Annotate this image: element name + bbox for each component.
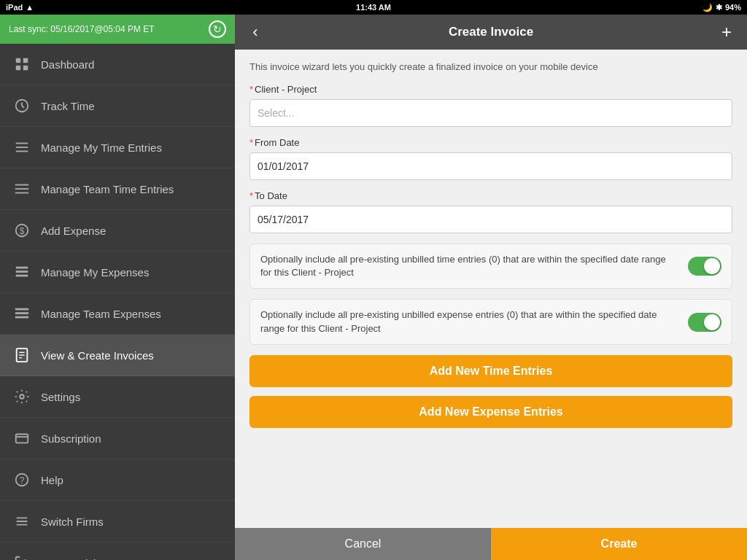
svg-rect-9 xyxy=(16,151,28,152)
expense-entries-toggle[interactable] xyxy=(688,313,721,332)
switch-icon xyxy=(12,511,32,532)
invoice-icon xyxy=(12,345,32,365)
sidebar-item-my-time-entries-label: Manage My Time Entries xyxy=(41,141,162,154)
sidebar-item-help[interactable]: ? Help xyxy=(0,459,235,501)
expense-icon: $ xyxy=(12,220,32,241)
sidebar-item-my-time-entries[interactable]: Manage My Time Entries xyxy=(0,127,235,168)
sidebar-item-add-expense[interactable]: $ Add Expense xyxy=(0,210,235,252)
my-expense-list-icon xyxy=(12,262,32,282)
svg-rect-26 xyxy=(16,435,28,443)
sidebar-item-team-expenses[interactable]: Manage Team Expenses xyxy=(0,293,235,335)
sidebar-item-dashboard-label: Dashboard xyxy=(41,58,94,71)
client-project-label: *Client - Project xyxy=(249,84,732,95)
help-icon: ? xyxy=(12,470,32,490)
from-date-input[interactable] xyxy=(249,152,732,180)
to-date-input[interactable] xyxy=(249,206,732,233)
sidebar-item-team-time-entries-label: Manage Team Time Entries xyxy=(41,183,174,195)
sidebar: Last sync: 05/16/2017@05:04 PM ET ↻ Dash… xyxy=(0,15,235,560)
svg-rect-16 xyxy=(16,271,28,273)
svg-rect-20 xyxy=(15,316,28,319)
battery-label: 94% xyxy=(725,3,741,12)
sidebar-item-switch-firms-label: Switch Firms xyxy=(41,516,104,528)
from-date-group: *From Date xyxy=(249,137,732,180)
team-list-icon xyxy=(12,179,32,199)
sidebar-item-my-expenses[interactable]: Manage My Expenses xyxy=(0,252,235,293)
sidebar-item-dashboard[interactable]: Dashboard xyxy=(0,44,235,85)
svg-line-6 xyxy=(22,106,24,108)
sidebar-item-team-time-entries[interactable]: Manage Team Time Entries xyxy=(0,168,235,210)
wifi-icon: ▲ xyxy=(26,3,34,12)
svg-rect-2 xyxy=(16,66,20,70)
sidebar-item-logout-label: Logout Rich xyxy=(41,557,99,561)
sidebar-item-subscription-label: Subscription xyxy=(41,432,101,445)
svg-rect-7 xyxy=(16,143,28,144)
top-nav: ‹ Create Invoice + xyxy=(235,15,747,50)
svg-rect-10 xyxy=(15,184,28,186)
clock-icon xyxy=(12,96,32,116)
client-project-group: *Client - Project xyxy=(249,84,732,127)
add-button[interactable]: + xyxy=(715,20,738,44)
svg-point-25 xyxy=(20,394,24,399)
page-title: Create Invoice xyxy=(267,25,715,39)
create-button[interactable]: Create xyxy=(491,528,747,560)
svg-rect-3 xyxy=(23,66,28,70)
status-bar: iPad ▲ 11:43 AM 🌙 ✱ 94% xyxy=(0,0,747,15)
add-expense-entries-button[interactable]: Add New Expense Entries xyxy=(249,396,732,428)
add-time-entries-button[interactable]: Add New Time Entries xyxy=(249,355,732,387)
sidebar-item-track-time-label: Track Time xyxy=(41,100,95,112)
back-button[interactable]: ‹ xyxy=(244,20,267,44)
svg-text:?: ? xyxy=(20,475,25,486)
form-description: This invoice wizard lets you quickly cre… xyxy=(249,61,732,72)
svg-rect-18 xyxy=(15,308,28,311)
sidebar-item-settings[interactable]: Settings xyxy=(0,376,235,418)
from-date-label: *From Date xyxy=(249,137,732,148)
svg-rect-12 xyxy=(15,192,28,194)
bluetooth-icon: ✱ xyxy=(716,3,722,12)
team-expense-list-icon xyxy=(12,303,32,324)
logout-icon xyxy=(12,553,32,560)
sidebar-item-my-expenses-label: Manage My Expenses xyxy=(41,266,149,279)
sync-refresh-button[interactable]: ↻ xyxy=(209,20,226,38)
carrier-label: iPad xyxy=(6,3,23,12)
to-date-group: *To Date xyxy=(249,190,732,233)
sidebar-item-subscription[interactable]: Subscription xyxy=(0,418,235,459)
content-area: ‹ Create Invoice + This invoice wizard l… xyxy=(235,15,747,560)
svg-text:$: $ xyxy=(20,226,25,236)
to-date-label: *To Date xyxy=(249,190,732,201)
svg-rect-15 xyxy=(16,267,28,269)
sidebar-item-team-expenses-label: Manage Team Expenses xyxy=(41,308,161,320)
svg-rect-8 xyxy=(16,147,28,148)
subscription-icon xyxy=(12,428,32,448)
time-entries-toggle-row: Optionally include all pre-existing unbi… xyxy=(249,244,732,289)
svg-rect-17 xyxy=(16,275,28,277)
time-entries-toggle[interactable] xyxy=(688,257,721,276)
list-icon xyxy=(12,137,32,158)
sync-bar: Last sync: 05/16/2017@05:04 PM ET ↻ xyxy=(0,15,235,44)
client-project-required: * xyxy=(249,84,253,95)
form-content: This invoice wizard lets you quickly cre… xyxy=(235,50,747,528)
sidebar-item-track-time[interactable]: Track Time xyxy=(0,85,235,127)
expense-entries-toggle-row: Optionally include all pre-existing unbi… xyxy=(249,299,732,344)
time-entries-toggle-text: Optionally include all pre-existing unbi… xyxy=(260,253,688,279)
sidebar-item-logout[interactable]: Logout Rich xyxy=(0,542,235,560)
sidebar-item-help-label: Help xyxy=(41,474,63,486)
dashboard-icon xyxy=(12,54,32,74)
to-date-required: * xyxy=(249,190,253,201)
svg-rect-1 xyxy=(23,58,28,63)
bottom-bar: Cancel Create xyxy=(235,528,747,560)
sidebar-item-settings-label: Settings xyxy=(41,391,80,403)
time-label: 11:43 AM xyxy=(356,3,391,12)
svg-rect-11 xyxy=(15,188,28,190)
expense-entries-toggle-text: Optionally include all pre-existing unbi… xyxy=(260,308,688,335)
moon-icon: 🌙 xyxy=(703,3,713,12)
svg-rect-19 xyxy=(15,312,28,314)
client-project-input[interactable] xyxy=(249,99,732,127)
sidebar-item-add-expense-label: Add Expense xyxy=(41,225,106,237)
sidebar-item-switch-firms[interactable]: Switch Firms xyxy=(0,501,235,542)
sidebar-item-invoices[interactable]: View & Create Invoices xyxy=(0,335,235,376)
settings-icon xyxy=(12,386,32,407)
sidebar-item-invoices-label: View & Create Invoices xyxy=(41,349,154,362)
svg-rect-0 xyxy=(16,58,20,63)
sync-label: Last sync: 05/16/2017@05:04 PM ET xyxy=(9,24,155,34)
cancel-button[interactable]: Cancel xyxy=(235,528,491,560)
